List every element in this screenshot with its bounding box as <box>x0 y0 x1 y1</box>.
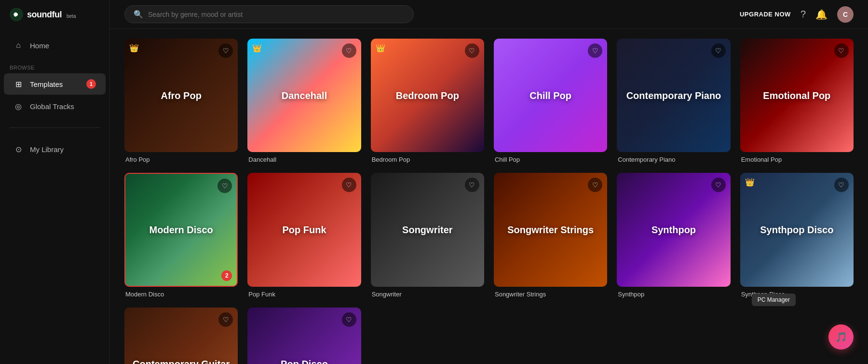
upgrade-button[interactable]: UPGRADE NOW <box>740 11 791 18</box>
card-label-contemporary-piano: Contemporary Piano <box>623 86 725 105</box>
search-bar[interactable]: 🔍 <box>124 5 414 23</box>
template-card-bedroom-pop[interactable]: 👑♡Bedroom PopBedroom Pop <box>371 39 484 163</box>
crown-icon-synthpop-disco: 👑 <box>745 178 755 187</box>
template-card-afro-pop[interactable]: 👑♡Afro PopAfro Pop <box>124 39 238 163</box>
favorite-button-songwriter-strings[interactable]: ♡ <box>588 178 602 192</box>
header: 🔍 UPGRADE NOW ? 🔔 C <box>110 0 868 29</box>
favorite-button-contemporary-guitar[interactable]: ♡ <box>218 312 233 327</box>
logo-text: soundful <box>27 10 62 20</box>
sidebar-divider <box>10 127 100 128</box>
sidebar-item-templates[interactable]: ⊞ Templates 1 <box>4 73 106 95</box>
favorite-button-chill-pop[interactable]: ♡ <box>588 43 602 58</box>
template-card-emotional-pop[interactable]: ♡Emotional PopEmotional Pop <box>740 39 854 163</box>
library-icon: ⊙ <box>14 144 23 154</box>
card-image-bedroom-pop: 👑♡Bedroom Pop <box>371 39 484 152</box>
content-area: 👑♡Afro PopAfro Pop👑♡DancehallDancehall👑♡… <box>110 29 868 364</box>
card-image-pop-disco: ♡Pop Disco <box>247 308 361 364</box>
card-image-emotional-pop: ♡Emotional Pop <box>740 39 854 152</box>
template-card-pop-funk[interactable]: ♡Pop FunkPop Funk <box>247 173 361 297</box>
template-card-contemporary-guitar[interactable]: ♡Contemporary Guitar 🎤 Coming Soon Conte… <box>124 308 238 364</box>
card-name-afro-pop: Afro Pop <box>124 156 238 163</box>
bell-icon: 🔔 <box>815 9 827 20</box>
card-name-dancehall: Dancehall <box>247 156 361 163</box>
card-label-synthpop-disco: Synthpop Disco <box>756 220 837 239</box>
template-card-songwriter-strings[interactable]: ♡Songwriter StringsSongwriter Strings <box>494 173 607 297</box>
card-image-dancehall: 👑♡Dancehall <box>247 39 361 152</box>
favorite-button-bedroom-pop[interactable]: ♡ <box>465 43 479 58</box>
fab-button[interactable]: 🎵 <box>828 324 854 350</box>
favorite-button-afro-pop[interactable]: ♡ <box>218 43 233 58</box>
favorite-button-synthpop[interactable]: ♡ <box>711 178 726 192</box>
favorite-button-emotional-pop[interactable]: ♡ <box>834 43 849 58</box>
favorite-button-pop-funk[interactable]: ♡ <box>342 178 356 192</box>
card-label-pop-disco: Pop Disco <box>277 354 332 364</box>
template-card-synthpop[interactable]: ♡SynthpopSynthpop <box>617 173 730 297</box>
card-image-modern-disco: ♡Modern Disco2 <box>124 173 238 286</box>
card-label-chill-pop: Chill Pop <box>526 86 575 105</box>
sidebar-item-global-tracks[interactable]: ◎ Global Tracks <box>4 96 106 117</box>
template-card-pop-disco[interactable]: ♡Pop DiscoPop Disco <box>247 308 361 364</box>
card-name-songwriter: Songwriter <box>371 291 484 298</box>
help-button[interactable]: ? <box>800 9 806 20</box>
help-icon: ? <box>800 9 806 20</box>
notifications-button[interactable]: 🔔 <box>815 9 827 20</box>
card-label-modern-disco: Modern Disco <box>146 220 217 239</box>
card-image-synthpop: ♡Synthpop <box>617 173 730 286</box>
favorite-button-synthpop-disco[interactable]: ♡ <box>834 178 849 192</box>
user-avatar[interactable]: C <box>837 6 854 23</box>
header-right: UPGRADE NOW ? 🔔 C <box>740 6 854 23</box>
card-name-songwriter-strings: Songwriter Strings <box>494 291 607 298</box>
fab-icon: 🎵 <box>835 331 847 343</box>
sidebar-item-home[interactable]: ⌂ Home <box>4 35 106 56</box>
crown-icon-bedroom-pop: 👑 <box>376 43 385 53</box>
template-card-contemporary-piano[interactable]: ♡Contemporary PianoContemporary Piano <box>617 39 730 163</box>
favorite-button-dancehall[interactable]: ♡ <box>342 43 356 58</box>
card-image-afro-pop: 👑♡Afro Pop <box>124 39 238 152</box>
template-card-songwriter[interactable]: ♡SongwriterSongwriter <box>371 173 484 297</box>
card-label-dancehall: Dancehall <box>278 86 331 105</box>
templates-icon: ⊞ <box>14 79 23 89</box>
sidebar-item-home-label: Home <box>30 42 49 50</box>
card-label-songwriter: Songwriter <box>398 220 456 239</box>
card-image-songwriter-strings: ♡Songwriter Strings <box>494 173 607 286</box>
template-card-modern-disco[interactable]: ♡Modern Disco2Modern Disco <box>124 173 238 297</box>
template-card-synthpop-disco[interactable]: 👑♡Synthpop DiscoSynthpop Disco <box>740 173 854 297</box>
card-name-synthpop-disco: Synthpop Disco <box>740 291 854 298</box>
favorite-button-contemporary-piano[interactable]: ♡ <box>711 43 726 58</box>
search-input[interactable] <box>148 11 405 18</box>
card-name-pop-funk: Pop Funk <box>247 291 361 298</box>
logo: soundful beta <box>0 0 109 29</box>
card-label-bedroom-pop: Bedroom Pop <box>392 86 463 105</box>
search-icon: 🔍 <box>134 10 143 19</box>
card-name-synthpop: Synthpop <box>617 291 730 298</box>
sidebar-item-my-library-label: My Library <box>30 145 64 154</box>
card-name-bedroom-pop: Bedroom Pop <box>371 156 484 163</box>
card-name-chill-pop: Chill Pop <box>494 156 607 163</box>
browse-section-label: Browse <box>0 57 109 72</box>
sidebar-navigation: ⌂ Home Browse ⊞ Templates 1 ◎ Global Tra… <box>0 29 109 123</box>
svg-point-1 <box>15 13 18 16</box>
card-image-synthpop-disco: 👑♡Synthpop Disco <box>740 173 854 286</box>
templates-grid: 👑♡Afro PopAfro Pop👑♡DancehallDancehall👑♡… <box>124 39 854 364</box>
card-name-contemporary-piano: Contemporary Piano <box>617 156 730 163</box>
favorite-button-modern-disco[interactable]: ♡ <box>217 179 232 193</box>
template-card-chill-pop[interactable]: ♡Chill PopChill Pop <box>494 39 607 163</box>
favorite-button-pop-disco[interactable]: ♡ <box>342 312 356 327</box>
beta-badge: beta <box>67 14 76 19</box>
card-label-contemporary-guitar: Contemporary Guitar <box>129 354 233 364</box>
card-image-contemporary-guitar: ♡Contemporary Guitar 🎤 Coming Soon <box>124 308 238 364</box>
card-label-afro-pop: Afro Pop <box>157 86 205 105</box>
notification-badge: 1 <box>86 79 96 89</box>
card-image-chill-pop: ♡Chill Pop <box>494 39 607 152</box>
card-image-songwriter: ♡Songwriter <box>371 173 484 286</box>
sidebar-item-templates-label: Templates <box>30 80 63 88</box>
favorite-button-songwriter[interactable]: ♡ <box>465 178 479 192</box>
soundful-logo-icon <box>10 8 23 21</box>
card-label-songwriter-strings: Songwriter Strings <box>503 220 597 239</box>
crown-icon-afro-pop: 👑 <box>129 43 139 53</box>
sidebar-item-my-library[interactable]: ⊙ My Library <box>4 139 106 160</box>
main-area: 🔍 UPGRADE NOW ? 🔔 C 👑♡Afro PopAfro Pop👑♡… <box>110 0 868 364</box>
template-card-dancehall[interactable]: 👑♡DancehallDancehall <box>247 39 361 163</box>
card-label-synthpop: Synthpop <box>648 220 700 239</box>
card-badge-modern-disco: 2 <box>221 270 232 281</box>
